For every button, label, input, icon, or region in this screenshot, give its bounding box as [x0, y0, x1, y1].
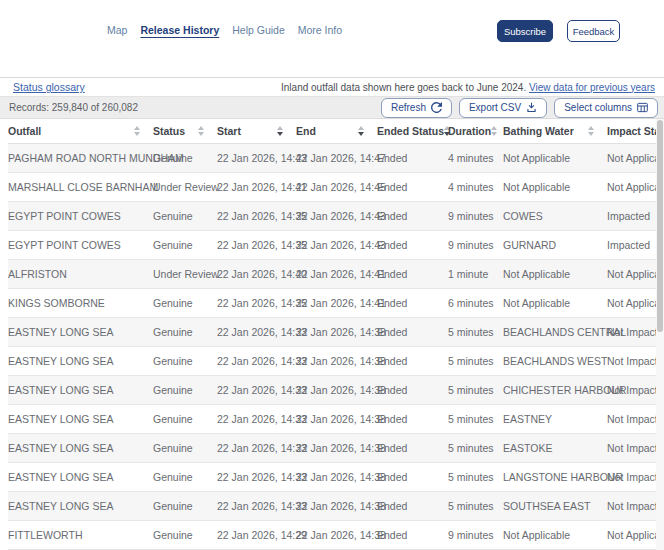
column-header-end[interactable]: End	[296, 119, 377, 143]
cell-duration: 9 minutes	[448, 202, 503, 230]
toolbar-buttons: Refresh Export CSV Select columns	[381, 98, 658, 118]
cell-end: 22 Jan 2026, 14:38	[296, 405, 377, 433]
vertical-scrollbar[interactable]	[656, 119, 664, 550]
cell-duration: 5 minutes	[448, 492, 503, 520]
cell-status: Genuine	[153, 376, 217, 404]
sort-icon[interactable]	[491, 126, 497, 136]
table-row: EASTNEY LONG SEAGenuine22 Jan 2026, 14:3…	[8, 376, 664, 405]
table-row: EASTNEY LONG SEAGenuine22 Jan 2026, 14:3…	[8, 492, 664, 521]
cell-duration: 5 minutes	[448, 376, 503, 404]
table-row: EASTNEY LONG SEAGenuine22 Jan 2026, 14:3…	[8, 463, 664, 492]
cell-bathing-water: Not Applicable	[503, 144, 607, 172]
view-previous-years-link[interactable]: View data for previous years	[529, 82, 655, 93]
cell-ended-status: Ended	[377, 521, 448, 549]
column-header-label: Outfall	[8, 125, 41, 137]
sort-down-caret-icon	[277, 132, 283, 136]
column-header-label: Ended Status	[377, 125, 444, 137]
table-body: PAGHAM ROAD NORTH MUNDHAMGenuine22 Jan 2…	[8, 144, 664, 550]
records-count: Records: 259,840 of 260,082	[9, 102, 138, 113]
nav-link-help-guide[interactable]: Help Guide	[232, 24, 285, 36]
nav-link-map[interactable]: Map	[107, 24, 127, 36]
column-header-ended-status[interactable]: Ended Status	[377, 119, 448, 143]
cell-start: 22 Jan 2026, 14:33	[217, 376, 296, 404]
sort-icon[interactable]	[134, 126, 140, 136]
download-icon	[526, 102, 537, 113]
sort-up-caret-icon	[358, 126, 364, 130]
cell-outfall: EGYPT POINT COWES	[8, 202, 153, 230]
cell-end: 22 Jan 2026, 14:38	[296, 492, 377, 520]
cell-bathing-water: BEACHLANDS WEST	[503, 347, 607, 375]
nav-link-release-history[interactable]: Release History	[140, 24, 219, 36]
cell-end: 22 Jan 2026, 14:38	[296, 434, 377, 462]
sort-up-caret-icon	[134, 126, 140, 130]
cell-bathing-water: CHICHESTER HARBOUR	[503, 376, 607, 404]
column-header-bathing-water[interactable]: Bathing Water	[503, 119, 607, 143]
cell-ended-status: Ended	[377, 463, 448, 491]
feedback-button[interactable]: Feedback	[567, 20, 620, 42]
cell-start: 22 Jan 2026, 14:35	[217, 289, 296, 317]
subheader-bar: Status glossary Inland outfall data show…	[0, 77, 664, 96]
status-glossary-link[interactable]: Status glossary	[13, 81, 85, 93]
sort-icon[interactable]	[588, 126, 594, 136]
table-row: EGYPT POINT COWESGenuine22 Jan 2026, 14:…	[8, 231, 664, 260]
refresh-button-label: Refresh	[391, 102, 426, 113]
cell-start: 22 Jan 2026, 14:33	[217, 347, 296, 375]
select-columns-button[interactable]: Select columns	[554, 98, 658, 118]
table-row: KINGS SOMBORNEGenuine22 Jan 2026, 14:352…	[8, 289, 664, 318]
sort-icon[interactable]	[277, 126, 283, 136]
table-row: MARSHALL CLOSE BARNHAMUnder Review22 Jan…	[8, 173, 664, 202]
sort-down-caret-icon	[491, 132, 497, 136]
table-row: EASTNEY LONG SEAGenuine22 Jan 2026, 14:3…	[8, 318, 664, 347]
sort-icon[interactable]	[198, 126, 204, 136]
inland-data-notice: Inland outfall data shown here goes back…	[281, 82, 655, 93]
cell-duration: 5 minutes	[448, 347, 503, 375]
cell-end: 22 Jan 2026, 14:43	[296, 202, 377, 230]
cell-status: Under Review	[153, 260, 217, 288]
sort-up-caret-icon	[277, 126, 283, 130]
cell-duration: 1 minute	[448, 260, 503, 288]
cell-bathing-water: Not Applicable	[503, 289, 607, 317]
export-csv-button[interactable]: Export CSV	[459, 98, 547, 118]
cell-start: 22 Jan 2026, 14:33	[217, 434, 296, 462]
cell-bathing-water: EASTNEY	[503, 405, 607, 433]
subscribe-button[interactable]: Subscribe	[497, 20, 553, 42]
cell-start: 22 Jan 2026, 14:33	[217, 318, 296, 346]
table-columns-icon	[637, 102, 648, 113]
cell-status: Genuine	[153, 434, 217, 462]
sort-icon[interactable]	[358, 126, 364, 136]
cell-bathing-water: BEACHLANDS CENTRAL	[503, 318, 607, 346]
refresh-icon	[431, 102, 442, 113]
cell-end: 22 Jan 2026, 14:41	[296, 289, 377, 317]
cell-ended-status: Ended	[377, 173, 448, 201]
cell-status: Genuine	[153, 289, 217, 317]
cell-end: 22 Jan 2026, 14:38	[296, 347, 377, 375]
cell-duration: 4 minutes	[448, 173, 503, 201]
column-header-duration[interactable]: Duration	[448, 119, 503, 143]
cell-bathing-water: SOUTHSEA EAST	[503, 492, 607, 520]
cell-ended-status: Ended	[377, 376, 448, 404]
cell-duration: 5 minutes	[448, 463, 503, 491]
column-header-label: Duration	[448, 125, 491, 137]
top-navigation: Map Release History Help Guide More Info…	[0, 0, 664, 77]
cell-duration: 5 minutes	[448, 434, 503, 462]
cell-start: 22 Jan 2026, 14:33	[217, 463, 296, 491]
cell-outfall: PAGHAM ROAD NORTH MUNDHAM	[8, 144, 153, 172]
cell-end: 22 Jan 2026, 14:38	[296, 463, 377, 491]
cell-end: 22 Jan 2026, 14:38	[296, 376, 377, 404]
refresh-button[interactable]: Refresh	[381, 98, 452, 118]
cell-outfall: EASTNEY LONG SEA	[8, 347, 153, 375]
cell-outfall: ALFRISTON	[8, 260, 153, 288]
column-header-status[interactable]: Status	[153, 119, 217, 143]
cell-duration: 4 minutes	[448, 144, 503, 172]
sort-down-caret-icon	[358, 132, 364, 136]
scrollbar-thumb[interactable]	[657, 120, 663, 332]
cell-status: Genuine	[153, 144, 217, 172]
cell-outfall: EASTNEY LONG SEA	[8, 492, 153, 520]
nav-link-more-info[interactable]: More Info	[298, 24, 342, 36]
cell-bathing-water: GURNARD	[503, 231, 607, 259]
select-columns-button-label: Select columns	[564, 102, 632, 113]
column-header-start[interactable]: Start	[217, 119, 296, 143]
cell-ended-status: Ended	[377, 260, 448, 288]
column-header-outfall[interactable]: Outfall	[8, 119, 153, 143]
cell-status: Genuine	[153, 405, 217, 433]
